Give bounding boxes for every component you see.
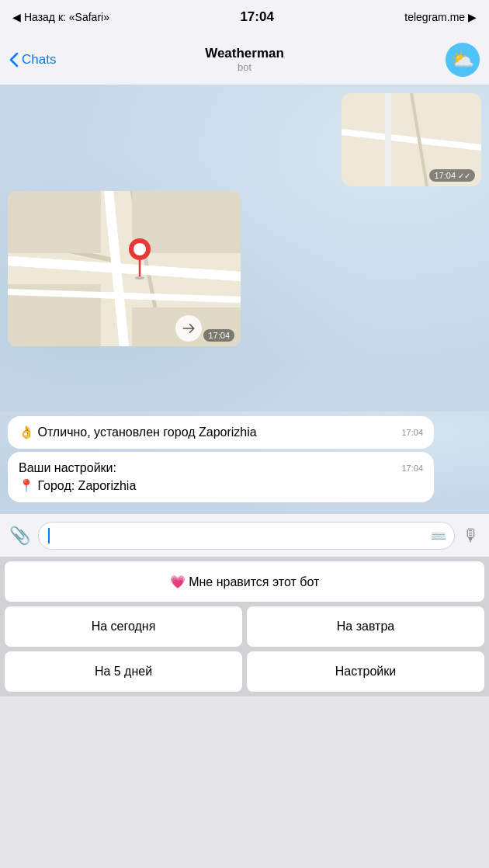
messages-area: 17:04 👌 Отлично, установлен город Zapori… [0, 411, 489, 513]
status-time: 17:04 [240, 9, 273, 25]
attachment-icon[interactable]: 📎 [9, 526, 30, 546]
keyboard-row-3: На 5 дней Настройки [5, 651, 484, 692]
map-share-button[interactable] [175, 315, 202, 342]
svg-point-21 [135, 276, 144, 279]
status-back: ◀ Назад к: «Safari» [12, 11, 109, 23]
map-message-right: 17:04 ✓✓ [8, 93, 481, 186]
navigation-bar: Chats Weatherman bot ⛅ [0, 34, 489, 85]
map-message-left: 17:04 [8, 191, 481, 346]
back-label: Chats [22, 52, 56, 68]
keyboard-row-1: 💗 Мне нравится этот бот [5, 561, 484, 602]
kb-btn-settings[interactable]: Настройки [247, 651, 484, 692]
keyboard-icon[interactable]: ⌨️ [431, 528, 446, 543]
status-bar: ◀ Назад к: «Safari» 17:04 telegram.me ▶ [0, 0, 489, 34]
avatar-emoji: ⛅ [451, 49, 474, 71]
kb-btn-tomorrow[interactable]: На завтра [247, 606, 484, 647]
kb-btn-today[interactable]: На сегодня [5, 606, 242, 647]
chat-subtitle: bot [205, 61, 284, 73]
map-thumbnail-right[interactable]: 17:04 ✓✓ [342, 93, 481, 186]
message-time-1: 17:04 [401, 427, 423, 439]
nav-title-block: Weatherman bot [205, 46, 284, 73]
svg-point-19 [134, 243, 146, 255]
input-bar: 📎 ⌨️ 🎙 [0, 513, 489, 557]
message-bubble-1: 17:04 👌 Отлично, установлен город Zapori… [8, 416, 434, 449]
share-icon [182, 321, 196, 335]
chevron-left-icon [9, 52, 19, 68]
keyboard-row-2: На сегодня На завтра [5, 606, 484, 647]
map-svg-left [8, 191, 241, 346]
map-left-timestamp: 17:04 [203, 329, 234, 342]
chat-background: 17:04 ✓✓ [0, 85, 489, 411]
map-thumbnail-left[interactable]: 17:04 [8, 191, 241, 346]
kb-btn-5days[interactable]: На 5 дней [5, 651, 242, 692]
avatar[interactable]: ⛅ [446, 43, 480, 77]
double-checkmark-icon: ✓✓ [458, 172, 470, 180]
message-input-wrapper[interactable]: ⌨️ [38, 522, 455, 550]
svg-rect-11 [8, 191, 101, 253]
message-bubble-2: 17:04 Ваши настройки:📍 Город: Zaporizhia [8, 452, 434, 502]
microphone-icon[interactable]: 🎙 [463, 526, 480, 546]
status-right: telegram.me ▶ [404, 11, 477, 23]
map-right-timestamp: 17:04 ✓✓ [429, 169, 475, 182]
chat-title: Weatherman [205, 46, 284, 61]
message-time-2: 17:04 [401, 463, 423, 474]
bot-keyboard: 💗 Мне нравится этот бот На сегодня На за… [0, 557, 489, 696]
kb-btn-like[interactable]: 💗 Мне нравится этот бот [5, 561, 484, 602]
back-button[interactable]: Chats [9, 52, 71, 68]
